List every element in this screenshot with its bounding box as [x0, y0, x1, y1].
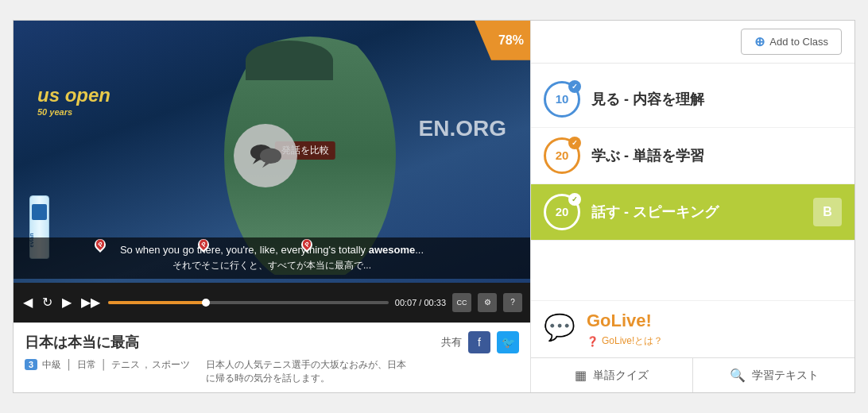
tab-vocab-quiz-label: 単語クイズ	[593, 369, 649, 383]
video-description: 日本人の人気テニス選手の大坂なおみが、日本に帰る時の気分を話します。	[206, 358, 413, 385]
video-title-row: 日本は本当に最高 共有 f 🐦	[25, 331, 519, 353]
video-panel: us open 50 years evian EN.ORG 78%	[14, 21, 530, 393]
tag-sports: スポーツ	[152, 358, 190, 372]
activity-item-learn[interactable]: 20 ✓ 学ぶ - 単語を学習	[531, 128, 854, 184]
video-info: 日本は本当に最高 共有 f 🐦 3 中級 │ 日常 │	[14, 322, 530, 393]
subtitle-pin-1: P	[93, 239, 107, 257]
cc-button[interactable]: CC	[452, 293, 471, 312]
activity-label-speak: 話す - スピーキング	[591, 203, 719, 222]
activity-circle-speak: 20 ✓	[544, 194, 580, 230]
search-icon: 🔍	[730, 368, 746, 383]
compare-speech-button[interactable]	[234, 124, 297, 187]
play-button[interactable]: ▶	[60, 293, 73, 311]
subtitle-pin-3: P	[300, 239, 314, 257]
check-badge-watch: ✓	[568, 80, 581, 93]
golive-info-link[interactable]: ❓ GoLive!とは？	[587, 334, 663, 348]
progress-percent: 78%	[498, 33, 524, 48]
tab-study-text-label: 学習テキスト	[752, 369, 819, 383]
svg-point-2	[260, 149, 281, 164]
us-open-logo: us open 50 years	[37, 84, 110, 118]
plus-icon: ⊕	[754, 34, 765, 49]
facebook-button[interactable]: f	[468, 331, 490, 353]
golive-section: 💬 GoLive! ❓ GoLive!とは？	[531, 300, 854, 357]
subtitle-pin-2: P	[196, 239, 211, 257]
time-total: 00:33	[424, 298, 446, 307]
golive-icon: 💬	[544, 312, 575, 342]
activity-item-speak[interactable]: 20 ✓ 話す - スピーキング B	[531, 184, 854, 241]
share-section: 共有 f 🐦	[441, 331, 519, 353]
add-to-class-button[interactable]: ⊕ Add to Class	[741, 29, 842, 55]
add-to-class-label: Add to Class	[769, 36, 828, 48]
activity-item-watch[interactable]: 10 ✓ 見る - 内容を理解	[531, 71, 854, 128]
check-badge-speak: ✓	[568, 193, 581, 206]
chat-bubbles-icon	[248, 137, 284, 173]
tab-study-text[interactable]: 🔍 学習テキスト	[693, 358, 854, 392]
golive-content: GoLive! ❓ GoLive!とは？	[587, 311, 663, 348]
video-meta-row: 3 中級 │ 日常 │ テニス, スポーツ 日本人の人気テニス選手の大坂なおみが…	[25, 358, 519, 385]
settings-button[interactable]: ⚙	[478, 293, 497, 312]
skip-forward-button[interactable]: ▶▶	[79, 293, 102, 311]
activity-circle-learn: 20 ✓	[544, 137, 580, 174]
skip-back-button[interactable]: ◀	[21, 293, 34, 311]
activity-number-watch: 10	[556, 92, 569, 106]
golive-link-label: GoLive!とは？	[602, 334, 663, 348]
check-badge-learn: ✓	[568, 137, 581, 149]
video-area: us open 50 years evian EN.ORG 78%	[14, 21, 530, 322]
tab-vocab-quiz[interactable]: ▦ 単語クイズ	[531, 358, 693, 392]
progress-bar-fill	[108, 301, 206, 304]
help-button[interactable]: ?	[503, 293, 522, 312]
time-display: 00:07 / 00:33	[395, 298, 446, 307]
tag-tennis: テニス	[111, 358, 140, 372]
question-icon: ❓	[587, 336, 599, 347]
meta-tags: 中級 │ 日常 │ テニス, スポーツ	[42, 358, 190, 372]
golive-title: GoLive!	[587, 311, 663, 331]
activity-list: 10 ✓ 見る - 内容を理解 20 ✓ 学ぶ - 単語を学習	[531, 64, 854, 301]
subtitle-japanese: それでそこに行くと、すべてが本当に最高で...	[21, 259, 522, 272]
bottom-tabs: ▦ 単語クイズ 🔍 学習テキスト	[531, 357, 854, 392]
video-controls: ◀ ↻ ▶ ▶▶ 00:07 / 00:33 CC ⚙ ?	[14, 283, 530, 322]
activity-b-badge: B	[813, 198, 842, 226]
share-label: 共有	[441, 335, 462, 349]
activity-label-learn: 学ぶ - 単語を学習	[591, 146, 704, 165]
main-content: us open 50 years evian EN.ORG 78%	[14, 21, 854, 393]
activity-number-speak: 20	[556, 205, 569, 218]
add-to-class-bar: ⊕ Add to Class	[531, 21, 854, 64]
subtitle-highlight: awesome	[369, 244, 416, 256]
person-cap	[246, 41, 333, 80]
level-label: 中級	[42, 358, 61, 372]
subtitle-area: So when you go there, you're, like, ever…	[14, 237, 530, 279]
activity-circle-watch: 10 ✓	[544, 81, 580, 118]
time-current: 00:07	[395, 298, 417, 307]
grid-icon: ▦	[575, 368, 587, 383]
progress-bar[interactable]	[108, 301, 389, 304]
video-title: 日本は本当に最高	[25, 333, 139, 352]
progress-dot	[202, 299, 210, 307]
level-badge: 3	[25, 359, 37, 370]
replay-button[interactable]: ↻	[41, 293, 54, 311]
app-container: us open 50 years evian EN.ORG 78%	[13, 20, 855, 394]
twitter-button[interactable]: 🐦	[497, 331, 519, 353]
org-text: EN.ORG	[419, 116, 506, 141]
right-panel: ⊕ Add to Class 10 ✓ 見る - 内容を理解 20	[530, 21, 854, 393]
activity-number-learn: 20	[556, 149, 569, 162]
activity-label-watch: 見る - 内容を理解	[591, 90, 704, 109]
tag-daily: 日常	[77, 358, 96, 372]
